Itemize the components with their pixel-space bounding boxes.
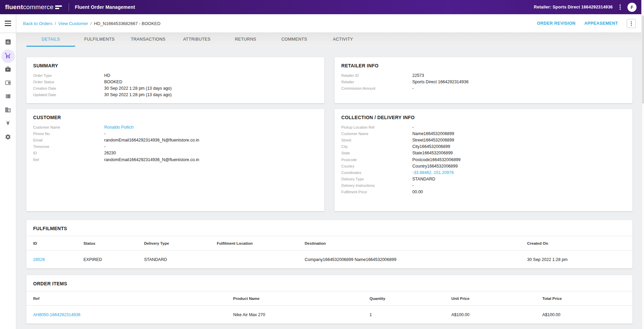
creation-date-value: 30 Sep 2022 1:28 pm (13 days ago) — [104, 86, 171, 91]
retailer-info-card: RETAILER INFO Retailer ID22573 RetailerS… — [335, 57, 632, 103]
vertical-scrollbar[interactable] — [641, 0, 644, 329]
col-destination: Destination — [298, 236, 521, 250]
summary-row: Creation Date30 Sep 2022 1:28 pm (13 day… — [33, 85, 318, 91]
tab-activity[interactable]: ACTIVITY — [319, 33, 367, 47]
order-type-value: HD — [104, 73, 110, 78]
field-label: Customer Name — [341, 132, 412, 136]
order-revision-button[interactable]: ORDER REVISION — [537, 21, 575, 26]
logo-text-bold: fluent — [5, 3, 23, 10]
delivery-row: StreetStreet1664532006899 — [341, 137, 626, 143]
customer-row: RefrandomEmail1664292314936_N@fluentstor… — [33, 156, 318, 163]
phone-value: - — [104, 131, 106, 136]
summary-row: Order TypeHD — [33, 72, 318, 79]
sidebar-item-workflows[interactable] — [1, 63, 15, 76]
summary-row: Updated Date30 Sep 2022 1:28 pm (13 days… — [33, 92, 318, 98]
order-item-unit-price: A$100.00 — [444, 306, 535, 324]
avatar[interactable]: F — [627, 3, 637, 12]
fluentcommerce-logo[interactable]: fluentcommerce — [0, 3, 62, 11]
customer-row: Customer NameRonaldo Pollich — [33, 124, 318, 130]
summary-row: Order StatusBOOKED — [33, 79, 318, 85]
tab-fulfilments[interactable]: FULFILMENTS — [75, 33, 124, 47]
retailer-name-value: Sports Direct 1664292314936 — [412, 80, 468, 84]
delivery-row: CountryCountry1664532006899 — [341, 163, 626, 169]
delivery-row: Delivery Instructions- — [341, 182, 626, 189]
field-label: Street — [341, 138, 412, 142]
breadcrumb-back-to-orders[interactable]: Back to Orders — [23, 21, 52, 26]
order-item-ref-link[interactable]: AH8050-1664292314936 — [26, 306, 226, 324]
tab-transactions[interactable]: TRANSACTIONS — [124, 33, 172, 47]
col-unit-price: Unit Price — [444, 291, 535, 306]
coordinates-link[interactable]: -33.88462, 151.20976 — [412, 170, 454, 175]
fulfilment-price-value: 00.00 — [412, 190, 423, 194]
fulfilments-table: ID Status Delivery Type Fulfilment Locat… — [26, 236, 632, 268]
order-status-value: BOOKED — [104, 80, 122, 84]
delivery-instructions-value: - — [412, 183, 414, 188]
col-product-name: Product Name — [226, 291, 363, 306]
sidebar-item-settings[interactable] — [1, 131, 15, 144]
building-icon — [5, 107, 11, 114]
field-label: Email — [33, 138, 104, 142]
sidebar-item-connect[interactable] — [1, 117, 15, 131]
delivery-info-card-title: COLLECTION / DELIVERY INFO — [341, 115, 626, 120]
field-label: Order Type — [33, 73, 104, 78]
field-label: Coordinates — [341, 171, 412, 175]
commission-amount-value: - — [412, 86, 414, 91]
col-total-price: Total Price — [535, 291, 632, 306]
field-label: Commission Amount — [341, 86, 412, 90]
customer-id-value: 26230 — [104, 151, 116, 155]
customer-name-link[interactable]: Ronaldo Pollich — [104, 125, 134, 130]
sidebar-item-orders[interactable] — [1, 49, 15, 63]
delivery-info-card: COLLECTION / DELIVERY INFO Pickup Locati… — [335, 109, 632, 211]
col-fulfilment-location: Fulfilment Location — [210, 236, 298, 250]
retailer-context-label: Retailer: Sports Direct 1664292314936 — [534, 5, 613, 9]
fulfilment-created-on: 30 Sep 2022 1:28 pm — [520, 250, 632, 269]
tab-details[interactable]: DETAILS — [26, 33, 75, 47]
top-app-bar: fluentcommerce Fluent Order Management R… — [0, 0, 641, 14]
order-item-product: Nike Air Max 270 — [226, 306, 363, 324]
field-label: Pickup Location Ref — [341, 125, 412, 129]
fulfilment-location — [210, 250, 298, 269]
field-label: Delivery Type — [341, 177, 412, 181]
sidebar-item-products[interactable] — [1, 76, 15, 90]
field-label: Order Status — [33, 80, 104, 84]
fulfilment-destination: Company1664532006899 Name1664532006899 — [298, 250, 521, 269]
delivery-row: Pickup Location Ref- — [341, 124, 626, 130]
breadcrumb-separator: / — [90, 21, 92, 26]
breadcrumb-view-customer[interactable]: View Customer — [58, 21, 88, 26]
topbar-kebab-menu-icon[interactable] — [618, 3, 623, 11]
postcode-value: Postcode1664532006899 — [412, 157, 461, 162]
fulfilment-table-row[interactable]: 28526 EXPIRED STANDARD Company1664532006… — [26, 250, 632, 269]
app-title: Fluent Order Management — [75, 4, 135, 10]
retailer-row: Retailer ID22573 — [341, 72, 626, 79]
field-label: Fulfilment Price — [341, 190, 412, 194]
col-quantity: Quantity — [363, 291, 445, 306]
tab-attributes[interactable]: ATTRIBUTES — [172, 33, 221, 47]
bar-chart-icon — [5, 39, 12, 47]
field-label: ID — [33, 151, 104, 155]
sidebar-item-locations[interactable] — [1, 104, 15, 117]
state-value: State1664532006899 — [412, 151, 453, 155]
summary-card-title: SUMMARY — [33, 63, 318, 68]
order-items-card: ORDER ITEMS Ref Product Name Quantity Un… — [26, 275, 632, 324]
sidebar-item-dashboard[interactable] — [1, 36, 15, 49]
sidebar-item-inventory[interactable] — [1, 90, 15, 104]
header-kebab-menu-button[interactable] — [627, 19, 636, 28]
fulfilment-id-link[interactable]: 28526 — [26, 250, 77, 269]
customer-row: EmailrandomEmail1664292314936_N@fluentst… — [33, 137, 318, 143]
breadcrumb-separator: / — [55, 21, 56, 26]
delivery-row: PostcodePostcode1664532006899 — [341, 156, 626, 163]
appeasement-button[interactable]: APPEASEMENT — [584, 21, 618, 26]
customer-row: Phone No.- — [33, 130, 318, 137]
delivery-row: Fulfilment Price00.00 — [341, 189, 626, 195]
field-label: Ref — [33, 158, 104, 162]
cart-icon — [5, 52, 11, 60]
tab-comments[interactable]: COMMENTS — [270, 33, 319, 47]
scrollbar-thumb[interactable] — [642, 16, 644, 104]
fulfilments-card-title: FULFILMENTS — [33, 226, 626, 231]
fulfilments-card: FULFILMENTS ID Status Delivery Type Fulf… — [26, 220, 632, 268]
connector-icon — [5, 120, 11, 128]
tab-returns[interactable]: RETURNS — [221, 33, 270, 47]
order-item-table-row[interactable]: AH8050-1664292314936 Nike Air Max 270 1 … — [26, 306, 632, 324]
menu-icon[interactable] — [5, 21, 11, 26]
field-label: City — [341, 145, 412, 149]
